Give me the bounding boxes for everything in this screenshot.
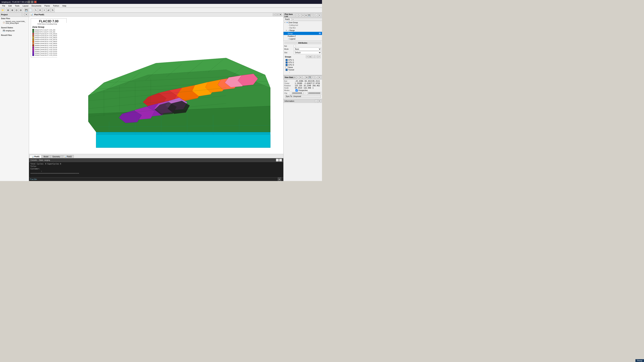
select-tool-button[interactable]: ↖ (34, 8, 38, 12)
vs-btn-close[interactable]: ✕ (318, 76, 321, 79)
vs-btn-info[interactable]: ? (311, 76, 314, 79)
clip-row: Clip ⋮ (284, 92, 321, 94)
groups-btn-1[interactable]: + (306, 55, 309, 58)
vs-btn-x[interactable]: ✕ (299, 76, 302, 79)
group-check-tunnel[interactable]: ✓ (286, 69, 288, 71)
vs-btn-5[interactable]: 💾 (308, 76, 311, 79)
perspective-checkbox[interactable] (296, 89, 298, 92)
minimize-button[interactable]: ─ (28, 1, 30, 3)
maximize-button[interactable]: □ (31, 1, 34, 3)
tab-geometry[interactable]: Geometry (50, 155, 62, 158)
menu-edit[interactable]: Edit (7, 4, 13, 7)
project-minimize-button[interactable]: ─ (22, 13, 24, 16)
tree-legend[interactable]: ✓ Legend (284, 38, 322, 40)
info-minimize-btn[interactable]: ─ (315, 100, 318, 102)
tree-group-selected[interactable]: Group ▼ (284, 32, 322, 35)
legend-color-7 (32, 42, 34, 44)
groups-toolbar: + ⊡ ↓ ↑ ✓ (306, 55, 320, 58)
save-as-button[interactable]: 📄 (28, 8, 32, 12)
tab-plot01[interactable]: 📊 Plot01 (30, 155, 42, 158)
menu-panes[interactable]: Panes (43, 4, 51, 7)
add-button[interactable]: + (42, 8, 46, 12)
console-input[interactable] (38, 178, 278, 181)
rotate-button[interactable]: ↻ (51, 8, 55, 12)
console-run-button[interactable]: ▶ (278, 178, 281, 181)
project-expand-button[interactable]: ▼ (25, 13, 28, 16)
vs-btn-1[interactable]: ⊡ (293, 76, 296, 79)
console-close[interactable]: ✕ (279, 159, 282, 162)
vs-header: View Stats ⊡ + ✕ ↓ ⧉ 💾 ? ─ ✕ (284, 76, 322, 80)
open-folder-button[interactable]: 📁 (1, 8, 4, 12)
console-scroll-down[interactable]: ▼ (276, 159, 279, 162)
clip-step-btn[interactable]: ⋮ (305, 92, 306, 94)
pil-btn-check[interactable]: ✓ (298, 14, 302, 17)
tree-range[interactable]: ▼ ✓ Range (284, 29, 322, 32)
group-item-gtu3[interactable]: ✓ GTU 3 (285, 64, 320, 66)
group-check-gtu1[interactable]: ✓ (286, 59, 288, 61)
attr-not-checkbox[interactable] (294, 45, 296, 47)
menu-tools[interactable]: Tools (14, 4, 21, 7)
menu-layout[interactable]: Layout (21, 4, 30, 7)
group-check-gtu3[interactable]: ✓ (286, 64, 288, 66)
group-check-gtu2[interactable]: ✓ (286, 62, 288, 64)
close-button[interactable]: ✕ (34, 1, 36, 3)
group-dropdown[interactable]: ▼ (318, 32, 321, 34)
clip-max-input[interactable] (307, 92, 321, 94)
center-x: 1.29309 (295, 82, 304, 84)
save-button[interactable]: 💾 (24, 8, 28, 12)
grid-button[interactable]: ⊞ (6, 8, 10, 12)
pil-tab-plot01[interactable]: Plot01 (284, 18, 292, 21)
plot-close-button[interactable]: ✕ (279, 13, 282, 16)
swap-button[interactable]: ⇄ (46, 8, 50, 12)
group-item-tunnel[interactable]: ✓ Tunnel (285, 68, 320, 71)
group-check-none[interactable] (286, 66, 288, 68)
pil-btn-info[interactable]: ? (310, 14, 314, 17)
tab-plot02[interactable]: 📊 Plot02 (62, 155, 74, 158)
data-files-title: Data Files (0, 17, 29, 20)
plot-area[interactable]: FLAC3D 7.00 ©2020 Itasca Consulting Grou… (29, 16, 283, 154)
pil-btn-1[interactable]: + (296, 14, 298, 17)
vs-btn-min[interactable]: ─ (315, 76, 318, 79)
menu-help[interactable]: Help (61, 4, 68, 7)
vs-btn-3[interactable]: ↓ (302, 76, 305, 79)
pil-btn-x[interactable]: ✕ (302, 14, 304, 17)
grid-view-button[interactable]: ⊡ (14, 8, 18, 12)
clip-min-input[interactable] (290, 92, 304, 94)
attr-mode-select[interactable]: Basic Advanced (294, 48, 321, 50)
tree-cutting-tool[interactable]: ○ Cutting tool (284, 24, 322, 26)
vs-btn-2[interactable]: + (296, 76, 299, 79)
pil-btn-copy[interactable]: ⧉ (304, 14, 308, 17)
plot-minimize-button[interactable]: ─ (273, 13, 276, 16)
tree-position-z[interactable]: Position-Z (284, 35, 322, 38)
pil-btn-minimize[interactable]: ─ (315, 14, 318, 17)
groups-btn-5[interactable]: ✓ (318, 55, 320, 58)
menu-python[interactable]: Python (52, 4, 60, 7)
groups-btn-3[interactable]: ↓ (312, 55, 314, 58)
tab-model[interactable]: Model (42, 155, 50, 158)
grid-add-button[interactable]: ⊞ (10, 8, 14, 12)
eye-z: 85.3111 (312, 80, 321, 82)
group-item-gtu1[interactable]: ✓ GTU 1 (285, 59, 320, 61)
groups-btn-4[interactable]: ↑ (315, 55, 318, 58)
group-item-gtu2[interactable]: ✓ GTU 2 (285, 61, 320, 64)
sync-to-row[interactable]: Sync To: Unsynced (285, 95, 320, 98)
info-close-btn[interactable]: ✕ (318, 100, 321, 102)
pil-tab-add[interactable]: + (292, 18, 294, 21)
groups-btn-2[interactable]: ⊡ (309, 55, 312, 58)
vs-btn-4[interactable]: ⧉ (305, 76, 308, 79)
tree-clip-box[interactable]: ○ Clip Box (284, 26, 322, 29)
group-item-none[interactable]: None (285, 66, 320, 68)
data-file-item[interactable]: 📋 layered_curvy_tunnel 004b_GVol_Binary.… (0, 20, 29, 24)
saved-state-item[interactable]: 💾 ranging.sav (0, 29, 29, 32)
pil-btn-close[interactable]: ✕ (318, 14, 321, 17)
clip-box-check-icon: ○ (288, 27, 289, 29)
move-tool-button[interactable]: ✛ (38, 8, 42, 12)
pil-btn-save[interactable]: 💾 (308, 14, 310, 17)
tree-zone-group[interactable]: ▼ 👁 Zone Group (284, 21, 322, 24)
grid-remove-button[interactable]: ⊟ (19, 8, 23, 12)
legend-color-10 (32, 48, 34, 50)
attr-slot-select[interactable]: Default Slot 1 (294, 51, 321, 54)
menu-file[interactable]: File (1, 4, 7, 7)
plot-maximize-button[interactable]: □ (276, 13, 279, 16)
menu-documents[interactable]: Documents (30, 4, 43, 7)
